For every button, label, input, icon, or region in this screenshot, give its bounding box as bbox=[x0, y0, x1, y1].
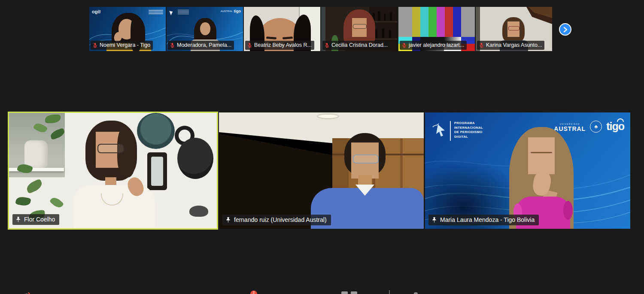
participant-name-label: Cecilia Cristina Dorad... bbox=[322, 41, 390, 50]
clothing-ruffle bbox=[563, 201, 573, 220]
participant-name: Maria Laura Mendoza - Tigo Bolivia bbox=[440, 216, 535, 224]
notification-badge-partial: 2 bbox=[250, 291, 257, 294]
toolbar-button-partial[interactable] bbox=[351, 291, 357, 294]
wall-plate-decor bbox=[177, 138, 213, 179]
tigo-logo: tigo bbox=[234, 9, 241, 13]
vase-shape bbox=[24, 140, 48, 168]
share-screen-button-partial[interactable] bbox=[341, 291, 348, 294]
program-line: PROGRAMA bbox=[454, 121, 483, 126]
tree-glyph: ♣ bbox=[594, 124, 598, 130]
program-cursor-icon bbox=[432, 121, 447, 138]
participant-name-label: fernando ruiz (Universidad Austral) bbox=[222, 215, 331, 225]
logo-divider bbox=[450, 121, 451, 141]
participant-filmstrip: tigo Noemi Vergara - Tigo bbox=[89, 7, 552, 51]
program-logo-mirrored bbox=[149, 9, 163, 16]
sponsor-logos: UNIVERSIDAD AUSTRAL ♣ tigo bbox=[554, 120, 624, 133]
object-shape bbox=[189, 206, 208, 217]
tigo-logo-mirrored: tigo bbox=[92, 9, 100, 14]
eyebrow-shape bbox=[531, 152, 552, 153]
mute-button-partial[interactable] bbox=[22, 290, 32, 294]
austral-tigo-logos: AUSTRAL tigo bbox=[221, 9, 241, 13]
mic-muted-icon bbox=[247, 42, 252, 48]
program-logo-text: PROGRAMA INTERNACIONAL DE PERIODISMO DIG… bbox=[454, 121, 483, 139]
austral-logo-text: AUSTRAL bbox=[554, 125, 586, 132]
mic-muted-icon bbox=[22, 292, 32, 294]
mic-muted-icon bbox=[170, 42, 175, 48]
glasses-shape bbox=[353, 155, 379, 164]
participant-thumbnail[interactable]: javier alejandro lazart... bbox=[398, 7, 475, 51]
austral-tree-emblem: ♣ bbox=[590, 121, 602, 133]
participant-name: Flor Coelho bbox=[24, 215, 55, 224]
participant-thumbnail[interactable]: Beatriz Beby Avalos R... bbox=[244, 7, 320, 51]
participant-thumbnail[interactable]: Karina Vargas Asunto... bbox=[476, 7, 552, 51]
glasses-shape bbox=[508, 26, 519, 30]
pin-icon bbox=[431, 217, 437, 223]
tigo-logo-text: tigo bbox=[606, 120, 624, 132]
participant-name-label: Beatriz Beby Avalos R... bbox=[245, 41, 314, 50]
austral-logo: UNIVERSIDAD AUSTRAL bbox=[554, 122, 586, 131]
participant-thumbnail[interactable]: Cecilia Cristina Dorad... bbox=[321, 7, 398, 51]
program-line: DE PERIODISMO bbox=[454, 130, 483, 135]
face-shape bbox=[200, 22, 210, 35]
participant-name: Cecilia Cristina Dorad... bbox=[331, 42, 388, 49]
filmstrip-next-page-button[interactable] bbox=[559, 23, 571, 36]
participant-name-label: Noemi Vergara - Tigo bbox=[91, 41, 153, 50]
participant-name: Karina Vargas Asunto... bbox=[486, 42, 542, 49]
mic-muted-icon bbox=[324, 42, 330, 48]
pin-icon bbox=[225, 217, 231, 223]
chevron-right-icon bbox=[563, 27, 568, 33]
wall-plate-decor bbox=[137, 113, 175, 149]
badge-count: 2 bbox=[253, 291, 255, 294]
program-logo: PROGRAMA INTERNACIONAL DE PERIODISMO DIG… bbox=[432, 121, 483, 141]
participant-name: javier alejandro lazart... bbox=[409, 42, 464, 49]
toolbar-button-partial[interactable] bbox=[414, 292, 418, 294]
participant-name: Moderadora, Pamela... bbox=[177, 42, 231, 49]
mic-muted-icon bbox=[92, 42, 98, 48]
toolbar-divider-partial bbox=[389, 290, 390, 294]
glasses-shape bbox=[353, 24, 367, 29]
smpte-color-bars bbox=[398, 7, 475, 37]
participant-name: fernando ruiz (Universidad Austral) bbox=[234, 216, 327, 224]
participant-name-label: javier alejandro lazart... bbox=[400, 41, 467, 50]
mic-muted-icon bbox=[479, 42, 484, 48]
participant-thumbnail[interactable]: AUSTRAL tigo Moderadora, Pamela... bbox=[167, 7, 243, 51]
program-logo-text bbox=[178, 9, 189, 15]
video-tile[interactable]: PROGRAMA INTERNACIONAL DE PERIODISMO DIG… bbox=[425, 112, 630, 229]
glasses-shape bbox=[97, 144, 124, 153]
face-shape bbox=[528, 137, 555, 174]
participant-thumbnail[interactable]: tigo Noemi Vergara - Tigo bbox=[89, 7, 166, 51]
austral-logo: AUSTRAL bbox=[221, 10, 233, 12]
meeting-stage: tigo Noemi Vergara - Tigo bbox=[0, 0, 644, 294]
video-tile-active-speaker[interactable]: Flor Coelho bbox=[8, 112, 218, 230]
participant-name-label: Karina Vargas Asunto... bbox=[477, 41, 544, 50]
program-line: INTERNACIONAL bbox=[454, 126, 483, 130]
program-line: DIGITAL bbox=[454, 135, 483, 139]
mic-muted-icon bbox=[401, 42, 407, 48]
wall-mirror-decor bbox=[147, 152, 167, 190]
participant-name: Beatriz Beby Avalos R... bbox=[254, 42, 312, 49]
pin-icon bbox=[15, 216, 21, 223]
participant-name-label: Moderadora, Pamela... bbox=[168, 41, 234, 50]
ceiling-light-shape bbox=[317, 113, 339, 119]
participant-name-label: Flor Coelho bbox=[12, 214, 59, 225]
tigo-logo: tigo bbox=[606, 120, 624, 133]
participant-name-label: Maria Laura Mendoza - Tigo Bolivia bbox=[428, 215, 539, 225]
video-tile[interactable]: fernando ruiz (Universidad Austral) bbox=[219, 112, 424, 229]
participant-name: Noemi Vergara - Tigo bbox=[100, 42, 150, 49]
